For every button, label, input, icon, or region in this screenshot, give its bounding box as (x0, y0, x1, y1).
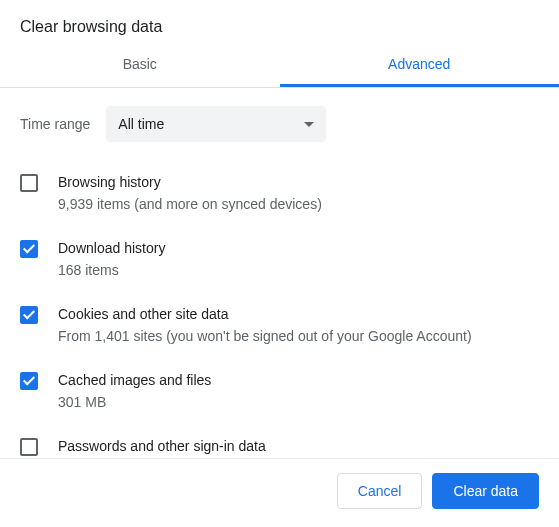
clear-data-button[interactable]: Clear data (432, 473, 539, 509)
option-title: Browsing history (58, 172, 533, 192)
tab-basic[interactable]: Basic (0, 46, 280, 87)
option-subtitle: 301 MB (58, 392, 533, 412)
checkbox-download-history[interactable] (20, 240, 38, 258)
time-range-value: All time (118, 116, 164, 132)
options-list: Browsing history 9,939 items (and more o… (0, 152, 553, 458)
option-title: Passwords and other sign-in data (58, 436, 533, 456)
option-subtitle: From 1,401 sites (you won't be signed ou… (58, 326, 533, 346)
option-title: Download history (58, 238, 533, 258)
option-subtitle: 9,939 items (and more on synced devices) (58, 194, 533, 214)
dialog-footer: Cancel Clear data (0, 458, 559, 527)
option-subtitle: 168 items (58, 260, 533, 280)
option-cached: Cached images and files 301 MB (0, 358, 553, 424)
tab-advanced[interactable]: Advanced (280, 46, 560, 87)
option-text: Passwords and other sign-in data 17 pass… (58, 436, 533, 458)
checkbox-browsing-history[interactable] (20, 174, 38, 192)
option-title: Cookies and other site data (58, 304, 533, 324)
option-cookies: Cookies and other site data From 1,401 s… (0, 292, 553, 358)
option-title: Cached images and files (58, 370, 533, 390)
option-text: Download history 168 items (58, 238, 533, 280)
dialog-title: Clear browsing data (0, 0, 559, 46)
option-passwords: Passwords and other sign-in data 17 pass… (0, 424, 553, 458)
tabs: Basic Advanced (0, 46, 559, 88)
time-range-row: Time range All time (0, 88, 553, 152)
time-range-label: Time range (20, 116, 90, 132)
option-text: Browsing history 9,939 items (and more o… (58, 172, 533, 214)
checkbox-passwords[interactable] (20, 438, 38, 456)
clear-browsing-data-dialog: Clear browsing data Basic Advanced Time … (0, 0, 559, 527)
chevron-down-icon (304, 122, 314, 127)
time-range-select[interactable]: All time (106, 106, 326, 142)
dialog-body[interactable]: Time range All time Browsing history 9,9… (0, 88, 559, 458)
cancel-button[interactable]: Cancel (337, 473, 423, 509)
option-download-history: Download history 168 items (0, 226, 553, 292)
checkbox-cached[interactable] (20, 372, 38, 390)
option-browsing-history: Browsing history 9,939 items (and more o… (0, 160, 553, 226)
option-text: Cookies and other site data From 1,401 s… (58, 304, 533, 346)
checkbox-cookies[interactable] (20, 306, 38, 324)
option-text: Cached images and files 301 MB (58, 370, 533, 412)
